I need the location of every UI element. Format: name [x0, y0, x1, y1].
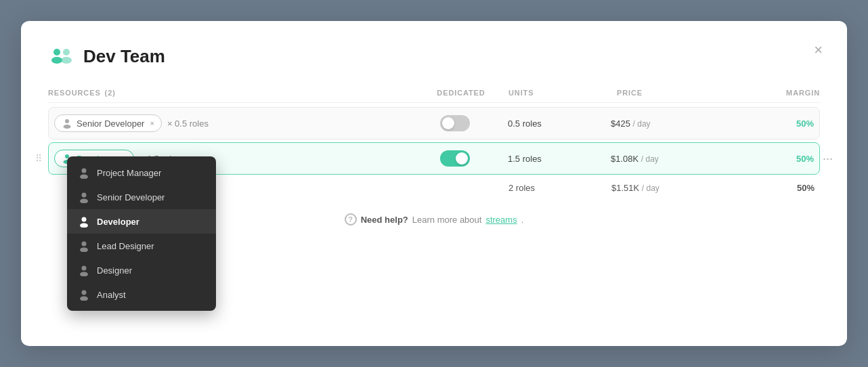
svg-point-9	[80, 175, 88, 179]
toggle-knob-developer	[456, 152, 468, 165]
dropdown-label-an: Analyst	[97, 290, 126, 300]
person-icon-pm	[78, 167, 90, 179]
more-options-developer[interactable]: ···	[820, 149, 836, 169]
person-icon-des	[78, 264, 90, 276]
price-senior-developer: $425 / day	[611, 118, 733, 129]
dropdown-label-sd: Senior Developer	[97, 192, 165, 202]
drag-handle-developer[interactable]: ⠿	[35, 153, 42, 164]
help-learn: Learn more about	[412, 215, 482, 225]
resources-count: (2)	[105, 89, 116, 97]
toggle-wrap-developer	[408, 150, 502, 167]
dropdown-menu: Project Manager Senior Developer Develop…	[67, 156, 216, 311]
dropdown-item-senior-developer[interactable]: Senior Developer	[67, 185, 216, 209]
svg-point-8	[82, 169, 87, 173]
col-margin: MARGIN	[739, 89, 820, 97]
dropdown-item-project-manager[interactable]: Project Manager	[67, 160, 216, 185]
modal: Dev Team × RESOURCES (2) DEDICATED UNITS…	[21, 21, 847, 346]
toggle-knob	[442, 117, 454, 129]
multiplier-senior-developer: × 0.5 roles	[167, 118, 209, 129]
col-units: UNITS	[508, 89, 617, 97]
margin-senior-developer: 50%	[733, 118, 814, 129]
streams-link[interactable]: streams	[485, 215, 517, 225]
svg-point-0	[53, 49, 60, 56]
price-developer: $1.08K / day	[611, 154, 733, 164]
resources-label: RESOURCES	[48, 89, 101, 97]
dropdown-item-developer[interactable]: Developer	[67, 209, 216, 234]
help-text: Need help?	[361, 215, 408, 225]
team-icon	[48, 43, 75, 70]
svg-point-14	[82, 242, 87, 246]
col-dedicated: DEDICATED	[414, 89, 508, 97]
person-icon-ld	[78, 240, 90, 252]
units-senior-developer: 0.5 roles	[502, 118, 611, 129]
resources-header: RESOURCES (2) DEDICATED UNITS PRICE MARG…	[48, 89, 820, 103]
svg-point-17	[80, 272, 88, 277]
person-icon-dev	[78, 215, 90, 228]
modal-title: Dev Team	[83, 46, 165, 67]
toggle-developer[interactable]	[440, 150, 470, 167]
svg-point-13	[80, 223, 88, 228]
close-button[interactable]: ×	[811, 40, 825, 60]
dropdown-item-designer[interactable]: Designer	[67, 258, 216, 282]
totals-units: 2 roles	[503, 183, 611, 193]
svg-point-11	[80, 199, 88, 204]
svg-point-2	[63, 49, 70, 56]
modal-header: Dev Team	[48, 43, 820, 70]
remove-tag-senior-developer[interactable]: ×	[150, 119, 154, 127]
person-icon-an	[78, 288, 90, 301]
svg-point-5	[64, 125, 71, 129]
dropdown-label-dev: Developer	[97, 217, 139, 227]
dropdown-label-des: Designer	[97, 265, 132, 276]
resource-row-senior-developer: Senior Developer × × 0.5 roles 0.5 roles…	[48, 107, 820, 139]
role-tag-senior-developer[interactable]: Senior Developer ×	[54, 114, 162, 132]
role-tag-label: Senior Developer	[77, 118, 144, 129]
toggle-wrap-senior-developer	[408, 115, 502, 131]
svg-point-3	[61, 57, 72, 64]
margin-developer: 50%	[733, 154, 814, 164]
units-developer: 1.5 roles	[502, 154, 611, 164]
svg-point-1	[51, 57, 62, 64]
svg-point-12	[82, 217, 87, 222]
svg-point-15	[80, 248, 88, 253]
help-icon: ?	[345, 213, 357, 225]
toggle-senior-developer[interactable]	[440, 115, 470, 131]
help-suffix: .	[521, 215, 524, 225]
svg-point-10	[82, 193, 87, 198]
col-price: PRICE	[617, 89, 739, 97]
dropdown-label-pm: Project Manager	[97, 168, 161, 178]
dropdown-item-analyst[interactable]: Analyst	[67, 282, 216, 307]
svg-point-16	[82, 266, 87, 271]
svg-point-19	[80, 297, 88, 301]
svg-point-4	[65, 119, 69, 123]
totals-price: $1.51K / day	[611, 183, 733, 193]
totals-margin: 50%	[733, 183, 815, 193]
person-icon-sd	[78, 191, 90, 203]
svg-point-18	[82, 290, 87, 295]
person-icon	[62, 118, 72, 129]
dropdown-label-ld: Lead Designer	[97, 241, 154, 251]
dropdown-item-lead-designer[interactable]: Lead Designer	[67, 234, 216, 258]
